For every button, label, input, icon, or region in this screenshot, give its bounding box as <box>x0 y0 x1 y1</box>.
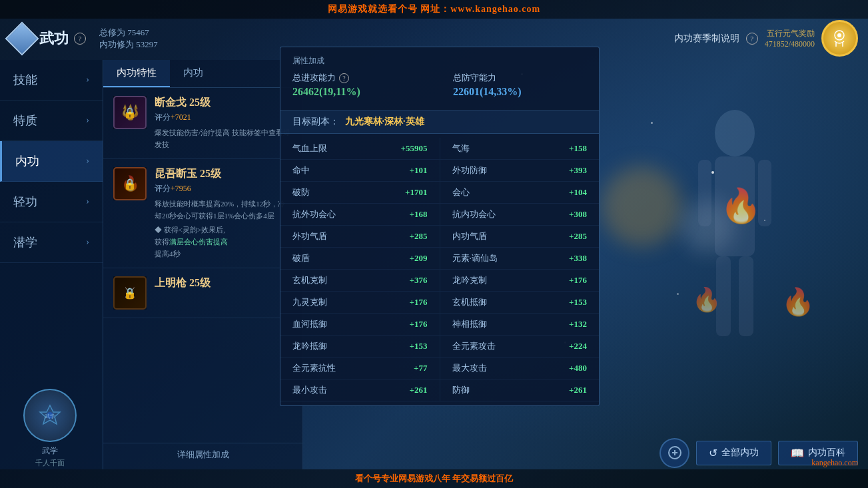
attr-name-left-1: 命中 <box>292 164 310 176</box>
main-content-panel: 内功特性 内功 🔱 🔒 断金戈 25级 评分+7021 爆发技能伤害/治疗提高 … <box>103 60 303 469</box>
attack-help-icon[interactable]: ? <box>339 73 349 83</box>
neigong-wiki-label: 内功百科 <box>808 447 845 459</box>
watermark-bottom: 看个号专业网易游戏八年 年交易额过百亿 <box>0 469 868 488</box>
skill-details-duanjinge: 断金戈 25级 评分+7021 爆发技能伤害/治疗提高 技能标签中查看爆发技 <box>155 96 292 150</box>
arrow-icon: › <box>86 156 89 166</box>
header-stats: 总修为 75467 内功修为 53297 <box>99 27 158 51</box>
attr-name-right-8: 神相抵御 <box>452 318 487 330</box>
skill-score-duanjinge: 评分+7021 <box>155 112 292 123</box>
all-neigong-button[interactable]: ↺ 全部内功 <box>696 441 771 465</box>
arrow-icon: › <box>86 115 89 126</box>
sidebar-item-neigong[interactable]: 内功 › <box>0 141 103 182</box>
table-row: 龙吟抵御 +153 全元素攻击 +224 <box>280 336 599 358</box>
lock-icon: 🔒 <box>113 167 147 200</box>
attr-val-left-5: +209 <box>410 253 428 264</box>
attr-name-right-10: 最大攻击 <box>452 362 487 374</box>
attr-val-left-2: +1701 <box>405 187 427 198</box>
attr-val-left-9: +153 <box>410 341 428 352</box>
target-label: 目标副本： <box>292 117 339 126</box>
refresh-icon: ↺ <box>709 447 717 459</box>
svg-rect-11 <box>739 256 753 336</box>
attr-val-left-10: +77 <box>414 363 427 373</box>
table-row: 命中 +101 外功防御 +393 <box>280 160 599 182</box>
total-attack-area: 总进攻能力 ? 26462(19,11%) <box>292 72 426 98</box>
attr-val-right-1: +393 <box>569 165 587 176</box>
table-row: 破防 +1701 会心 +104 <box>280 182 599 204</box>
svg-rect-8 <box>698 160 711 226</box>
skill-details-shangming: 上明枪 25级 <box>155 276 292 292</box>
attr-val-left-8: +176 <box>410 319 428 330</box>
attr-val-left-6: +376 <box>410 275 428 286</box>
detail-attr-button[interactable]: 详细属性加成 <box>103 443 302 466</box>
table-row: 玄机克制 +376 龙吟克制 +176 <box>280 270 599 292</box>
sidebar-label-qinggong: 轻功 <box>13 194 37 210</box>
attr-name-left-7: 九灵克制 <box>292 296 327 308</box>
svg-point-6 <box>715 110 755 156</box>
flame-bottom: 🔥 <box>692 286 721 314</box>
attr-val-right-7: +153 <box>569 297 587 308</box>
attr-name-left-2: 破防 <box>292 186 310 198</box>
skill-name-shangming: 上明枪 25级 <box>155 276 292 290</box>
sidebar-label-neigong: 内功 <box>15 153 39 169</box>
arrow-icon: › <box>86 75 89 85</box>
character-silhouette <box>635 67 835 399</box>
attr-name-right-1: 外功防御 <box>452 164 487 176</box>
skill-item-kunwu[interactable]: 🔥 🔒 昆吾断玉 25级 评分+7956 释放技能时概率提高20%，持续12秒，… <box>103 159 302 268</box>
lock-icon: 🔒 <box>113 276 147 310</box>
tab-neigong-tezhi[interactable]: 内功特性 <box>103 60 170 87</box>
badge-circle-icon: 武学 <box>23 389 77 442</box>
tab-neigong[interactable]: 内功 <box>170 60 217 87</box>
skill-desc-duanjinge: 爆发技能伤害/治疗提高 技能标签中查看爆发技 <box>155 127 292 150</box>
sidebar-label-qianxue: 潜学 <box>13 234 37 250</box>
wugong-title: 武功 <box>39 29 69 49</box>
attr-val-left-1: +101 <box>410 165 428 176</box>
wugong-help-icon[interactable]: ? <box>74 33 86 45</box>
bottom-badge[interactable]: 武学 武学 千人千面 <box>7 389 93 468</box>
skill-icon-duanjinge: 🔱 🔒 <box>113 96 147 129</box>
content-tabs: 内功特性 内功 <box>103 60 302 88</box>
sidebar-item-tezhi[interactable]: 特质 › <box>0 101 103 141</box>
attr-name-left-5: 破盾 <box>292 252 310 264</box>
skill-desc-kunwu: 释放技能时概率提高20%，持续12秒，冷却20秒会心可获得1层1%会心伤多4层 <box>155 198 292 222</box>
attr-title-row: 总进攻能力 ? 26462(19,11%) 总防守能力 22601(14,33%… <box>292 72 587 98</box>
total-defense-area: 总防守能力 22601(14,33%) <box>453 72 587 98</box>
attr-name-right-7: 玄机抵御 <box>452 296 487 308</box>
attr-name-left-10: 全元素抗性 <box>292 362 336 374</box>
attr-popup: 属性加成 总进攻能力 ? 26462(19,11%) 总防守能力 22601(1… <box>280 47 600 406</box>
attr-name-left-8: 血河抵御 <box>292 318 327 330</box>
wugong-title-area: 武功 ? <box>10 27 86 51</box>
skill-item-shangming[interactable]: ⚔ 🔒 上明枪 25级 <box>103 268 302 318</box>
table-row: 九灵克制 +176 玄机抵御 +153 <box>280 292 599 314</box>
badge-sublabel: 千人千面 <box>7 458 93 468</box>
sidebar-item-jineng[interactable]: 技能 › <box>0 60 103 101</box>
table-row: 气血上限 +55905 气海 +158 <box>280 138 599 160</box>
flame-left: 🔥 <box>720 186 761 225</box>
sidebar-item-qinggong[interactable]: 轻功 › <box>0 182 103 222</box>
attr-name-left-3: 抗外功会心 <box>292 208 336 220</box>
round-icon-button[interactable] <box>659 438 689 468</box>
attr-name-right-3: 抗内功会心 <box>452 208 496 220</box>
attr-val-right-8: +132 <box>569 319 587 330</box>
attr-val-right-3: +308 <box>569 209 587 220</box>
attr-val-right-11: +261 <box>569 385 587 395</box>
sidebar-item-qianxue[interactable]: 潜学 › <box>0 222 103 263</box>
table-row: 最小攻击 +261 防御 +261 <box>280 379 599 401</box>
table-row: 血河抵御 +176 神相抵御 +132 <box>280 314 599 336</box>
attr-name-right-4: 内功气盾 <box>452 230 487 242</box>
attr-val-right-2: +104 <box>569 187 587 198</box>
skill-name-duanjinge: 断金戈 25级 <box>155 96 292 110</box>
skill-name-kunwu: 昆吾断玉 25级 <box>155 167 292 181</box>
skill-item-duanjinge[interactable]: 🔱 🔒 断金戈 25级 评分+7021 爆发技能伤害/治疗提高 技能标签中查看爆… <box>103 88 302 159</box>
attr-val-left-4: +285 <box>410 231 428 242</box>
wiki-icon: 📖 <box>791 447 804 459</box>
attr-val-left-7: +176 <box>410 297 428 308</box>
attr-val-right-0: +158 <box>569 143 587 154</box>
flame-right: 🔥 <box>781 286 815 318</box>
total-attack-label: 总进攻能力 ? <box>292 72 426 84</box>
skill-extra-desc: ◆ 获得<灵韵>效果后,获得满层会心伤害提高提高4秒 <box>155 224 292 260</box>
attr-val-left-3: +168 <box>410 209 428 220</box>
skill-icon-kunwu: 🔥 🔒 <box>113 167 147 200</box>
attr-name-left-11: 最小攻击 <box>292 384 327 396</box>
badge-label: 武学 <box>7 445 93 457</box>
attr-name-left-4: 外功气盾 <box>292 230 327 242</box>
